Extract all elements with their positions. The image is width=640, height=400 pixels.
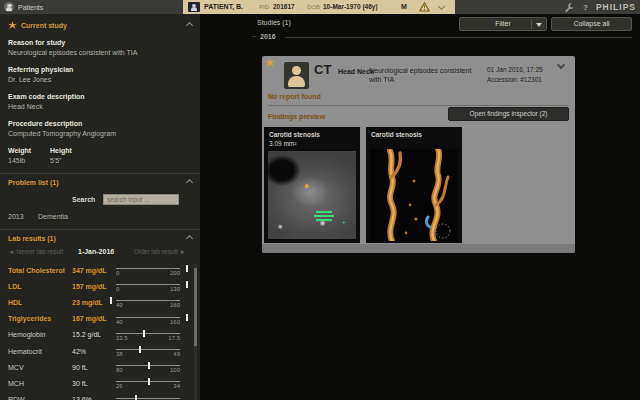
weight-value: 145lb: [8, 157, 25, 164]
lab-name: HDL: [8, 299, 72, 306]
lab-range-slider: 40160: [114, 312, 192, 326]
study-collapse-chevron-icon[interactable]: [557, 61, 565, 69]
field-value: Neurological episodes consistent with TI…: [8, 49, 137, 56]
lab-name: MCH: [8, 380, 72, 387]
lab-name: RDW: [8, 396, 72, 400]
slider-max-label: 17.5: [168, 335, 180, 341]
lab-result-date: 1-Jan-2016: [78, 248, 114, 255]
study-accession: Accession: #12301: [487, 76, 542, 83]
year-group-row: − 2016: [252, 33, 634, 43]
wrench-icon[interactable]: [564, 2, 575, 13]
lab-row: Triglycerides167 mg/dL40160: [0, 311, 192, 327]
collapse-all-button[interactable]: Collapse all: [551, 17, 632, 31]
slider-min-label: 40: [116, 302, 123, 308]
thumbnail-measurement: 3.09 mm²: [269, 140, 296, 147]
lab-value: 347 mg/dL: [72, 267, 114, 274]
slider-track: [116, 349, 180, 350]
slider-max-label: 200: [170, 270, 180, 276]
year-divider-line: [285, 37, 632, 38]
patient-sex: M: [401, 3, 407, 10]
lab-value: 15.2 g/dL: [72, 331, 114, 338]
slider-max-label: 49: [173, 351, 180, 357]
search-input[interactable]: [103, 194, 179, 205]
search-label: Search: [72, 196, 95, 203]
filter-button[interactable]: Filter: [459, 17, 547, 31]
collapse-current-study-icon[interactable]: [186, 22, 193, 29]
slider-max-label: 34: [173, 383, 180, 389]
lab-range-slider: 40160: [114, 295, 192, 309]
study-modality: CT: [314, 62, 331, 77]
dob-label: DOB: [307, 4, 320, 10]
lab-scrollbar: [194, 264, 197, 400]
banner-chevron-down-icon[interactable]: [438, 3, 445, 10]
studies-panel: Studies (1) Filter Collapse all − 2016 C…: [200, 14, 640, 400]
lab-name: LDL: [8, 283, 72, 290]
lab-row: HDL23 mg/dL40160: [0, 294, 192, 310]
weight-label: Weight: [8, 147, 31, 154]
slider-track: [116, 398, 180, 399]
slider-track: [116, 284, 180, 285]
collapse-problem-list-icon[interactable]: [186, 179, 193, 186]
annotation-line: [314, 215, 334, 217]
thumbnail-title: Carotid stenosis: [269, 131, 320, 138]
annotation-line: [316, 219, 332, 221]
lab-value: 30 fL: [72, 380, 114, 387]
finding-thumbnail-3d-vessels[interactable]: Carotid stenosis: [366, 127, 462, 243]
slider-min-label: 0: [116, 270, 119, 276]
star-icon: [265, 58, 275, 68]
slider-min-label: 0: [116, 286, 119, 292]
lab-range-slider: 3849: [114, 344, 192, 358]
lab-name: Triglycerides: [8, 315, 72, 322]
slider-max-label: 100: [170, 367, 180, 373]
card-footer-strip: [262, 244, 575, 253]
patient-sidebar: Current study Reason for study Neurologi…: [0, 14, 200, 400]
lab-date-nav: ◄ Newer lab result 1-Jan-2016 Older lab …: [0, 248, 200, 260]
application-window: Patients PATIENT, B. PID 201617 DOB 10-M…: [0, 0, 640, 400]
philips-logo: PHILIPS: [596, 2, 636, 12]
pid-value: 201617: [273, 3, 295, 10]
study-reason: Neurological episodes consistent with TI…: [369, 66, 481, 84]
problem-year: 2013: [8, 213, 36, 220]
open-findings-inspector-button[interactable]: Open findings inspector (2): [448, 107, 569, 121]
slider-track: [116, 333, 180, 334]
older-lab-result-button[interactable]: Older lab result ►: [134, 248, 186, 255]
field-value: Dr. Lee Jones: [8, 76, 51, 83]
avatar-body: [288, 76, 305, 87]
slider-track: [116, 268, 180, 269]
vessel-render-image: [370, 149, 458, 241]
nav-patients-label: Patients: [18, 4, 43, 11]
slider-min-label: 38: [116, 351, 123, 357]
lab-range-slider: 2634: [114, 376, 192, 390]
year-label: 2016: [260, 33, 276, 40]
lab-name: Total Cholesterol: [8, 267, 72, 274]
patients-icon: [4, 2, 14, 12]
finding-thumbnail-ct-slice[interactable]: Carotid stenosis 3.09 mm² +: [264, 127, 360, 243]
newer-lab-result-button[interactable]: ◄ Newer lab result: [8, 248, 63, 255]
problem-list-item[interactable]: 2013 Dementia: [8, 213, 68, 220]
collapse-all-label: Collapse all: [573, 20, 609, 27]
filter-label: Filter: [495, 20, 511, 27]
field-value: Head Neck: [8, 103, 43, 110]
lab-row: LDL157 mg/dL0130: [0, 278, 192, 294]
studies-title: Studies (1): [257, 19, 291, 26]
lab-value: 23 mg/dL: [72, 299, 114, 306]
patient-banner: PATIENT, B. PID 201617 DOB 10-Mar-1970 (…: [183, 0, 455, 14]
lab-rows: Total Cholesterol347 mg/dL0200LDL157 mg/…: [0, 262, 192, 400]
star-icon: [8, 21, 17, 30]
top-bar: Patients PATIENT, B. PID 201617 DOB 10-M…: [0, 0, 640, 14]
collapse-lab-results-icon[interactable]: [186, 235, 193, 242]
year-collapse-icon[interactable]: −: [252, 33, 256, 40]
lab-range-slider: 80100: [114, 360, 192, 374]
annotation-line: [316, 211, 332, 213]
patient-name: PATIENT, B.: [204, 3, 243, 10]
divider: [0, 173, 200, 174]
lab-row: MCH30 fL2634: [0, 375, 192, 391]
dob-value: 10-Mar-1970 (46y): [323, 3, 378, 10]
slider-min-label: 80: [116, 367, 123, 373]
help-icon[interactable]: ?: [583, 3, 588, 12]
lab-scrollbar-thumb[interactable]: [194, 268, 197, 346]
card-divider: [268, 105, 569, 106]
lab-value: 90 fL: [72, 364, 114, 371]
nav-patients-button[interactable]: Patients: [4, 1, 43, 13]
pid-label: PID: [259, 4, 269, 10]
